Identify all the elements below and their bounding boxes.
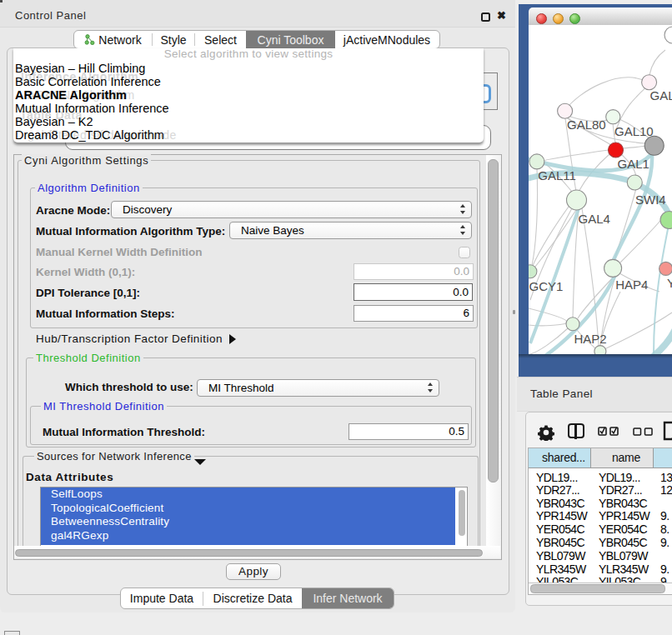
svg-text:GAL10: GAL10 xyxy=(614,124,654,138)
svg-text:GAL1: GAL1 xyxy=(618,157,649,171)
svg-text:GAL4: GAL4 xyxy=(579,212,610,226)
svg-text:GAL80: GAL80 xyxy=(567,118,606,132)
svg-text:SWI4: SWI4 xyxy=(635,192,666,207)
svg-text:HAP4: HAP4 xyxy=(615,278,648,292)
svg-text:Y: Y xyxy=(667,276,672,290)
svg-text:HAP2: HAP2 xyxy=(574,332,606,346)
svg-text:GAL: GAL xyxy=(650,88,672,102)
svg-text:GAL11: GAL11 xyxy=(538,168,576,182)
svg-text:GCY1: GCY1 xyxy=(529,279,564,293)
